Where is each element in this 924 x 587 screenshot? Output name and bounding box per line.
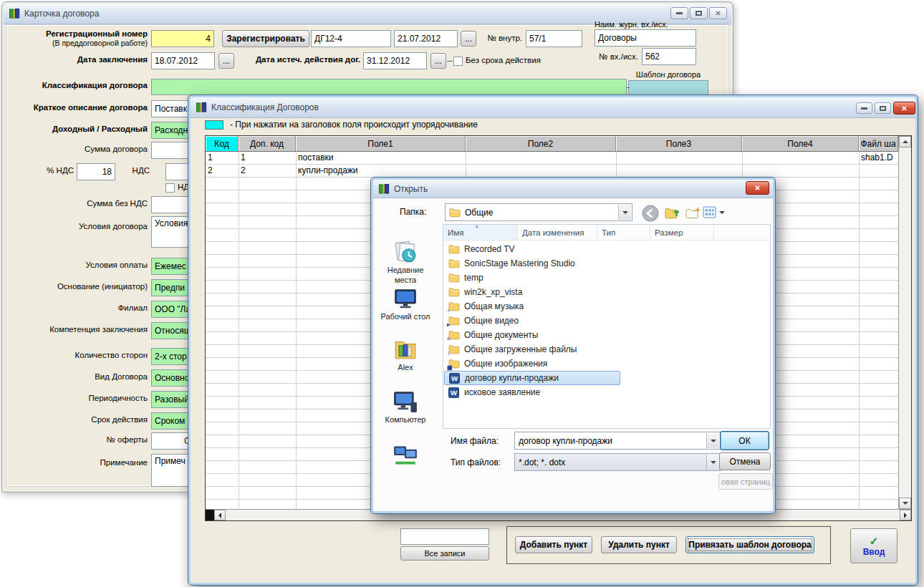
place-desktop[interactable]: Рабочий стол <box>372 311 438 321</box>
pictures-folder-icon: ▦ <box>448 359 460 369</box>
recent-places-icon[interactable] <box>393 239 418 265</box>
app-books-icon <box>196 102 207 113</box>
place-recent[interactable]: Недавние места <box>380 265 430 285</box>
vat-exempt-checkbox[interactable] <box>165 183 175 193</box>
desktop-icon[interactable] <box>393 286 418 312</box>
conclusion-date-field[interactable]: 18.07.2012 <box>151 52 215 69</box>
enter-button-label: Ввод <box>863 547 885 557</box>
music-folder-icon: ♪ <box>448 301 460 312</box>
new-folder-button[interactable] <box>685 205 702 225</box>
offer-number-field[interactable]: 0 <box>151 432 193 450</box>
dropdown-button[interactable] <box>706 433 719 448</box>
folder-combobox[interactable]: Общие <box>445 203 632 221</box>
table-row[interactable]: 1 1 поставки shab1.D <box>206 152 898 165</box>
column-header-field4[interactable]: Поле4 <box>742 136 859 152</box>
folder-combobox-value: Общие <box>465 208 493 218</box>
expiry-date-field[interactable]: 31.12.2012 <box>363 52 427 69</box>
column-header-size[interactable]: Размер <box>650 225 714 240</box>
dropdown-button[interactable] <box>706 455 719 470</box>
file-item[interactable]: temp <box>444 271 483 285</box>
window-title: Классификация Договоров <box>211 102 319 112</box>
all-records-button[interactable]: Все записи <box>400 546 489 561</box>
computer-icon[interactable] <box>393 388 418 414</box>
back-button[interactable] <box>642 205 659 225</box>
desktop: Карточка договора ✕ Регистрационный номе… <box>0 0 924 587</box>
add-item-button[interactable]: Добавить пункт <box>515 536 592 553</box>
column-header-field2[interactable]: Поле2 <box>466 136 616 152</box>
no-term-checkbox[interactable] <box>453 57 463 66</box>
bind-template-button[interactable]: Привязать шаблон договора <box>685 536 814 553</box>
titlebar-open-dialog[interactable]: Открыть <box>373 180 773 198</box>
table-header-row: Код Доп. код Поле1 Поле2 Поле3 Поле4 Фай… <box>206 136 898 152</box>
filter-input[interactable] <box>400 528 489 545</box>
place-user[interactable]: Alex <box>372 362 438 372</box>
filetype-combobox[interactable]: *.dot; *. dotx <box>514 453 721 471</box>
vat-percent-field[interactable]: 18 <box>77 163 115 180</box>
file-item[interactable]: W исковое заявление <box>444 385 540 399</box>
conclusion-date-picker-button[interactable]: ... <box>218 53 234 69</box>
journal-name-field[interactable]: Договоры <box>595 29 696 47</box>
template-field[interactable] <box>628 80 708 96</box>
classification-field[interactable] <box>151 79 627 95</box>
register-button[interactable]: Зарегистрировать <box>222 30 309 47</box>
contract-sum-label: Сумма договора <box>6 145 148 153</box>
inout-number-field[interactable]: 562 <box>642 48 696 65</box>
maximize-button[interactable] <box>875 102 891 114</box>
file-item-selected[interactable]: W договор купли-продажи <box>444 371 620 385</box>
minimize-button[interactable] <box>670 7 688 19</box>
close-button[interactable]: ✕ <box>893 102 915 115</box>
column-header-extra-code[interactable]: Доп. код <box>239 136 296 152</box>
vertical-scrollbar[interactable] <box>898 136 911 509</box>
close-button[interactable]: ✕ <box>746 181 769 195</box>
ok-button[interactable]: ОК <box>720 431 769 450</box>
table-row[interactable]: 2 2 купли-продажи <box>206 165 898 178</box>
scroll-up-button[interactable] <box>899 136 911 147</box>
up-one-level-button[interactable] <box>664 205 681 225</box>
contract-number-field[interactable]: ДГ12-4 <box>311 30 391 47</box>
place-computer[interactable]: Компьютер <box>372 414 438 425</box>
downloads-folder-icon: ↓ <box>448 344 460 355</box>
titlebar-classification[interactable]: Классификация Договоров <box>191 97 915 118</box>
column-header-field3[interactable]: Поле3 <box>616 136 742 152</box>
file-item[interactable]: win2k_xp_vista <box>444 285 522 299</box>
enter-button[interactable]: ✓ Ввод <box>850 528 897 563</box>
scroll-right-button[interactable] <box>900 510 911 520</box>
filename-label: Имя файла: <box>451 436 499 446</box>
maximize-button[interactable] <box>690 7 708 19</box>
file-item[interactable]: Recorded TV <box>444 242 514 256</box>
views-menu-button[interactable] <box>703 206 725 219</box>
column-header-code[interactable]: Код <box>206 136 239 152</box>
file-item[interactable]: ▸ Общие видео <box>444 314 519 328</box>
column-header-field1[interactable]: Поле1 <box>296 136 466 152</box>
column-header-date[interactable]: Дата изменения <box>518 225 597 240</box>
user-folder-icon[interactable] <box>393 335 418 361</box>
competence-label: Компетенция заключения <box>6 325 148 334</box>
maximize-icon <box>880 106 886 111</box>
column-header-name-label: Имя <box>448 228 463 237</box>
expiry-date-picker-button[interactable]: ... <box>430 53 446 69</box>
journal-name-label: Наим. журн. вх./исх. <box>595 20 668 29</box>
delete-item-button[interactable]: Удалить пункт <box>601 536 677 553</box>
scroll-down-button[interactable] <box>899 498 911 509</box>
registration-date-field[interactable]: 21.07.2012 <box>394 30 458 47</box>
scroll-left-button[interactable] <box>214 510 226 520</box>
close-button[interactable]: ✕ <box>709 7 727 19</box>
file-name: temp <box>464 273 483 283</box>
network-icon[interactable] <box>393 441 418 467</box>
dropdown-button[interactable] <box>618 205 631 220</box>
column-header-type[interactable]: Тип <box>597 225 650 240</box>
column-header-name[interactable]: ▲ Имя <box>443 225 518 240</box>
file-item[interactable]: SonicStage Mastering Studio <box>444 256 575 271</box>
reg-date-picker-button[interactable]: ... <box>461 31 476 47</box>
file-item[interactable]: ▦ Общие изображения <box>444 356 547 371</box>
file-item[interactable]: ↓ Общие загруженные файлы <box>444 342 577 356</box>
cancel-button[interactable]: Отмена <box>719 452 771 470</box>
internal-number-field[interactable]: 57/1 <box>526 30 582 47</box>
scroll-down-icon <box>903 502 908 505</box>
reg-number-field[interactable]: 4 <box>151 30 214 47</box>
minimize-button[interactable] <box>856 102 872 114</box>
file-item[interactable]: ≡ Общие документы <box>444 328 538 342</box>
filename-combobox[interactable]: договор купли-продажи <box>514 432 721 450</box>
column-header-template-file[interactable]: Файл ша <box>859 136 898 152</box>
file-item[interactable]: ♪ Общая музыка <box>444 299 524 314</box>
